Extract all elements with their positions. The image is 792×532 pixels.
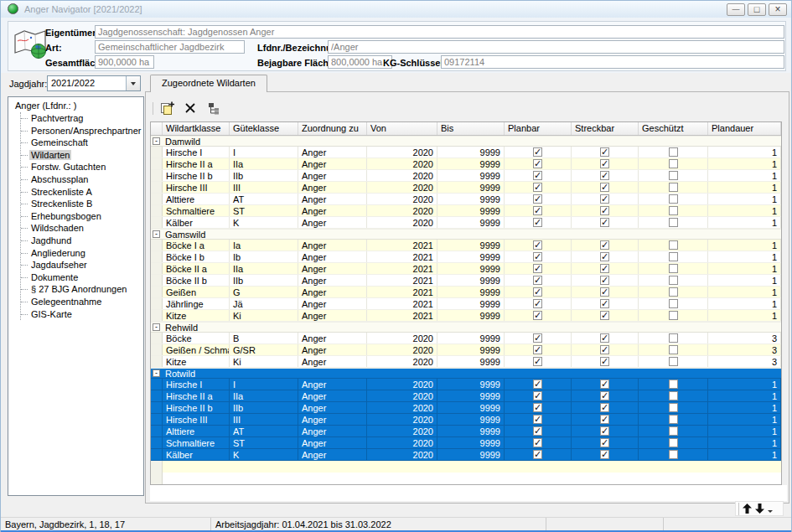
checkbox[interactable] <box>533 438 542 447</box>
checkbox[interactable] <box>533 345 542 354</box>
checkbox[interactable] <box>669 311 678 320</box>
checkbox[interactable] <box>669 345 678 354</box>
checkbox[interactable] <box>669 264 678 273</box>
checkbox[interactable] <box>533 357 542 366</box>
checkbox[interactable] <box>600 264 609 273</box>
column-header[interactable]: Zuordnung zu <box>298 122 367 135</box>
checkbox[interactable] <box>533 380 542 389</box>
checkbox[interactable] <box>669 240 678 250</box>
checkbox[interactable] <box>600 438 609 447</box>
checkbox[interactable] <box>600 450 609 459</box>
move-down-button[interactable] <box>755 504 764 514</box>
column-header[interactable]: Plandauer <box>708 122 781 135</box>
checkbox[interactable] <box>533 311 542 320</box>
grid-row[interactable]: SchmaltiereSTAnger202099991 <box>151 205 781 217</box>
checkbox[interactable] <box>669 403 678 412</box>
checkbox[interactable] <box>669 252 678 261</box>
tree-item[interactable]: Personen/Ansprechpartner <box>21 125 143 137</box>
tree-item[interactable]: Streckenliste B <box>21 198 143 210</box>
checkbox[interactable] <box>600 345 609 354</box>
checkbox[interactable] <box>533 264 542 273</box>
tree-item[interactable]: Streckenliste A <box>21 186 143 199</box>
grid-row[interactable]: Hirsche IIIIIIAnger202099991 <box>151 414 781 426</box>
close-button[interactable]: × <box>769 3 787 16</box>
grid-row[interactable]: Böcke II bIIbAnger202199991 <box>151 275 781 287</box>
checkbox[interactable] <box>669 206 678 215</box>
checkbox[interactable] <box>669 357 678 366</box>
move-up-button[interactable] <box>743 504 752 514</box>
checkbox[interactable] <box>533 159 542 168</box>
tree-item[interactable]: Wildschaden <box>21 222 143 235</box>
kg-schluessel-input[interactable] <box>441 55 784 69</box>
grid-group-row[interactable]: -Gamswild <box>151 229 781 240</box>
minimize-button[interactable]: — <box>727 3 745 16</box>
grid-row[interactable]: AlttiereATAnger202099991 <box>151 426 781 437</box>
column-header[interactable]: Geschützt <box>639 122 708 135</box>
grid-group-row[interactable]: -Damwild <box>151 136 781 147</box>
tree-item[interactable]: Dokumente <box>21 271 143 284</box>
checkbox[interactable] <box>533 276 542 285</box>
checkbox[interactable] <box>600 252 609 261</box>
checkbox[interactable] <box>669 147 678 157</box>
checkbox[interactable] <box>600 276 609 285</box>
column-header[interactable]: Wildartklasse <box>163 122 230 135</box>
column-header[interactable]: Bis <box>437 122 505 135</box>
checkbox[interactable] <box>533 333 542 343</box>
jagdjahr-select[interactable]: 2021/2022 <box>47 75 141 91</box>
checkbox[interactable] <box>600 403 609 412</box>
grid-row[interactable]: Geißen / SchmalreheG/SRAnger202099993 <box>151 344 781 356</box>
tree-item[interactable]: Forstw. Gutachten <box>21 161 143 173</box>
tree-item[interactable]: Jagdhund <box>21 235 143 247</box>
checkbox[interactable] <box>533 194 542 204</box>
checkbox[interactable] <box>669 287 678 297</box>
checkbox[interactable] <box>600 240 609 250</box>
column-header[interactable]: Streckbar <box>572 122 639 135</box>
tree-root-item[interactable]: Anger (Lfdnr.: ) <box>13 100 143 112</box>
checkbox[interactable] <box>669 183 678 192</box>
checkbox[interactable] <box>669 276 678 285</box>
checkbox[interactable] <box>600 299 609 308</box>
checkbox[interactable] <box>600 218 609 227</box>
checkbox[interactable] <box>600 147 609 157</box>
grid-row[interactable]: Hirsche IIIIIIAnger202099991 <box>151 182 781 194</box>
grid-row[interactable]: Hirsche IIAnger202099991 <box>151 147 781 158</box>
grid-row[interactable]: KitzeKiAnger202199991 <box>151 310 781 322</box>
checkbox[interactable] <box>533 415 542 424</box>
maximize-button[interactable]: □ <box>748 3 766 16</box>
tree-item[interactable]: Gelegeentnahme <box>21 296 143 308</box>
checkbox[interactable] <box>600 357 609 366</box>
checkbox[interactable] <box>533 171 542 180</box>
checkbox[interactable] <box>669 415 678 424</box>
checkbox[interactable] <box>669 438 678 447</box>
checkbox[interactable] <box>669 391 678 400</box>
column-header[interactable]: Güteklasse <box>230 122 298 135</box>
grid-row[interactable]: GeißenGAnger202199991 <box>151 287 781 298</box>
checkbox[interactable] <box>669 380 678 389</box>
collapse-icon[interactable]: - <box>153 137 160 145</box>
collapse-icon[interactable]: - <box>153 230 160 238</box>
checkbox[interactable] <box>600 311 609 320</box>
grid-row[interactable]: KitzeKiAnger202099993 <box>151 356 781 368</box>
grid-row[interactable]: Böcke II aIIaAnger202199991 <box>151 263 781 275</box>
checkbox[interactable] <box>600 159 609 168</box>
checkbox[interactable] <box>533 252 542 261</box>
grid-row[interactable]: AlttiereATAnger202099991 <box>151 194 781 205</box>
tree-item[interactable]: Pachtvertrag <box>21 112 143 125</box>
column-header[interactable]: Planbar <box>505 122 572 135</box>
tree-item[interactable]: § 27 BJG Anordnungen <box>21 283 143 296</box>
checkbox[interactable] <box>669 194 678 204</box>
checkbox[interactable] <box>600 333 609 343</box>
grid-row[interactable]: Hirsche IIAnger202099991 <box>151 379 781 390</box>
jagdjahr-dropdown-button[interactable] <box>126 76 140 90</box>
checkbox[interactable] <box>533 206 542 215</box>
column-header[interactable]: Von <box>367 122 437 135</box>
checkbox[interactable] <box>600 391 609 400</box>
grid-row[interactable]: Hirsche II aIIaAnger202099991 <box>151 158 781 170</box>
grid-row[interactable]: JährlingeJäAnger202199991 <box>151 298 781 310</box>
checkbox[interactable] <box>533 183 542 192</box>
checkbox[interactable] <box>600 194 609 204</box>
gesamtflaeche-input[interactable] <box>95 55 154 69</box>
hierarchy-button[interactable] <box>204 100 221 116</box>
grid-row[interactable]: SchmaltiereSTAnger202099991 <box>151 437 781 449</box>
grid-row[interactable]: BöckeBAnger202099993 <box>151 333 781 344</box>
